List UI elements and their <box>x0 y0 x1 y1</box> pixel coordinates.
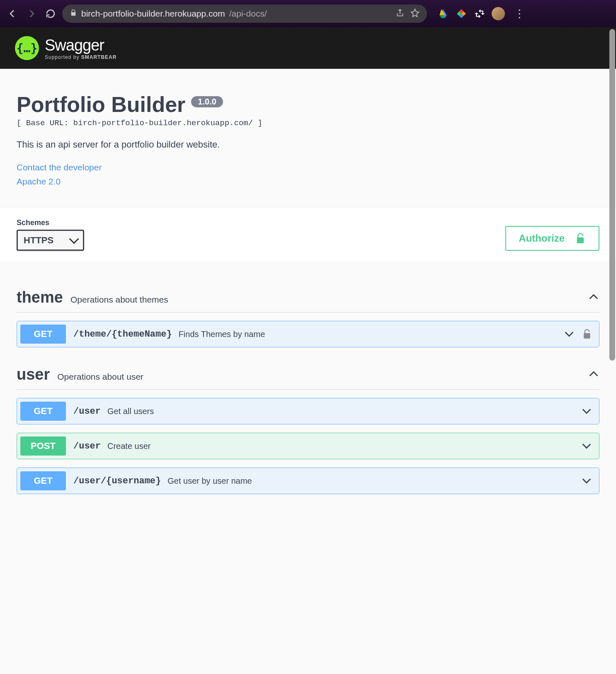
url-host: birch-portfolio-builder.herokuapp.com <box>81 9 225 19</box>
chevron-up-icon <box>588 368 599 381</box>
scheme-container: Schemes HTTPS Authorize <box>0 207 616 262</box>
api-title: Portfolio Builder <box>17 92 185 117</box>
operation-path: /user <box>73 406 101 417</box>
contact-link[interactable]: Contact the developer <box>17 162 599 172</box>
operation-path: /user <box>73 441 101 451</box>
extension-drive-icon[interactable] <box>437 7 449 20</box>
scrollbar-thumb[interactable] <box>609 29 615 361</box>
chevron-up-icon <box>588 291 599 304</box>
operation-path: /theme/{themeName} <box>73 329 172 339</box>
chevron-down-icon <box>581 405 592 417</box>
operation-get-user-by-name[interactable]: GET /user/{username} Get user by user na… <box>17 468 599 494</box>
auth-lock-icon[interactable] <box>582 329 592 339</box>
method-badge: GET <box>20 325 66 344</box>
chevron-down-icon <box>563 328 575 340</box>
operation-summary: Create user <box>107 441 151 451</box>
chevron-down-icon <box>581 440 592 452</box>
tag-description: Operations about user <box>57 372 143 382</box>
method-badge: GET <box>20 471 66 490</box>
version-badge: 1.0.0 <box>191 96 223 107</box>
share-icon[interactable] <box>395 8 405 19</box>
swagger-supported-by: Supported by SMARTBEAR <box>45 54 116 60</box>
tag-name: user <box>17 366 50 383</box>
chevron-down-icon <box>581 475 592 487</box>
operation-path: /user/{username} <box>73 476 161 486</box>
operation-summary: Get user by user name <box>167 476 252 486</box>
operation-get-theme[interactable]: GET /theme/{themeName} Finds Themes by n… <box>17 321 599 347</box>
swagger-badge-icon: {…} <box>15 36 39 60</box>
operations-container: theme Operations about themes GET /theme… <box>0 262 616 511</box>
swagger-topbar: {…} Swagger Supported by SMARTBEAR <box>0 27 616 69</box>
tag-name: theme <box>17 289 63 306</box>
browser-menu-icon[interactable]: ⋮ <box>511 8 528 19</box>
tag-header-theme[interactable]: theme Operations about themes <box>17 289 599 313</box>
forward-button[interactable] <box>24 6 39 21</box>
url-path: /api-docs/ <box>229 9 267 19</box>
tag-section-theme: theme Operations about themes GET /theme… <box>17 289 599 347</box>
star-icon[interactable] <box>410 8 420 19</box>
profile-avatar[interactable] <box>492 7 505 20</box>
base-url: [ Base URL: birch-portfolio-builder.hero… <box>17 119 599 128</box>
operation-get-users[interactable]: GET /user Get all users <box>17 398 599 424</box>
method-badge: GET <box>20 402 66 421</box>
authorize-label: Authorize <box>519 233 565 244</box>
api-description: This is an api server for a portfolio bu… <box>17 139 599 150</box>
address-bar[interactable]: birch-portfolio-builder.herokuapp.com/ap… <box>62 5 427 23</box>
scheme-select[interactable]: HTTPS <box>17 230 84 251</box>
license-link[interactable]: Apache 2.0 <box>17 177 599 187</box>
reload-button[interactable] <box>43 6 58 21</box>
method-badge: POST <box>20 436 66 456</box>
operation-summary: Finds Themes by name <box>179 330 265 339</box>
back-button[interactable] <box>5 6 20 21</box>
extensions-icon[interactable] <box>473 7 486 20</box>
lock-icon <box>70 9 77 19</box>
operation-summary: Get all users <box>107 407 154 416</box>
tag-description: Operations about themes <box>70 295 168 305</box>
tag-header-user[interactable]: user Operations about user <box>17 366 599 390</box>
schemes-label: Schemes <box>17 218 84 227</box>
browser-toolbar: birch-portfolio-builder.herokuapp.com/ap… <box>0 0 616 27</box>
extension-color-icon[interactable] <box>455 7 468 20</box>
unlock-icon <box>575 233 586 244</box>
tag-section-user: user Operations about user GET /user Get… <box>17 366 599 494</box>
swagger-brand-text: Swagger <box>45 36 116 54</box>
api-info-section: Portfolio Builder 1.0.0 [ Base URL: birc… <box>0 69 616 207</box>
authorize-button[interactable]: Authorize <box>505 226 599 251</box>
operation-post-user[interactable]: POST /user Create user <box>17 433 599 459</box>
swagger-logo[interactable]: {…} Swagger Supported by SMARTBEAR <box>15 36 116 60</box>
